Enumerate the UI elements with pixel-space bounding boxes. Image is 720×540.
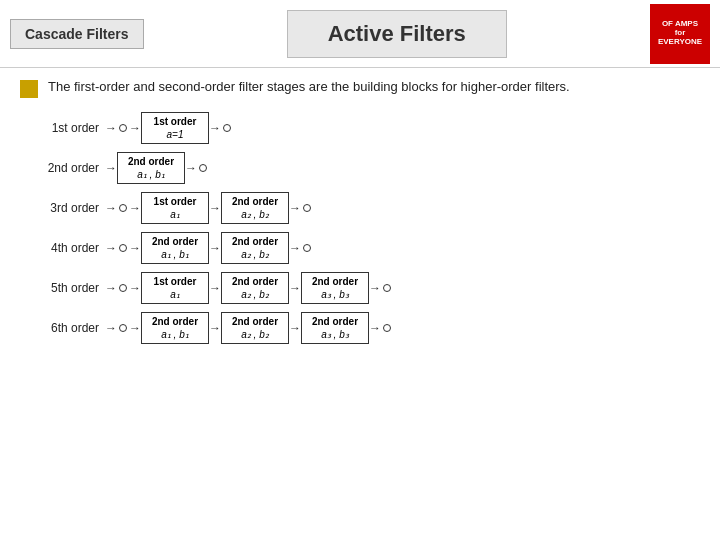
block-params: a₂ , b₂ xyxy=(228,288,282,301)
arrow-in: → xyxy=(105,321,117,335)
arrow-connector: → xyxy=(129,241,141,255)
arrow-connector: → xyxy=(129,321,141,335)
arrow-out: → xyxy=(289,241,301,255)
block-params: a₁ xyxy=(148,208,202,221)
block-title: 2nd order xyxy=(308,275,362,288)
header: Cascade Filters Active Filters OF AMPSfo… xyxy=(0,0,720,68)
arrow-out: → xyxy=(185,161,197,175)
diagram-row: 1st order→→1st ordera=1→ xyxy=(30,112,700,144)
arrow-in: → xyxy=(105,121,117,135)
arrow-in: → xyxy=(105,241,117,255)
block-title: 2nd order xyxy=(124,155,178,168)
inter-block-arrow: → xyxy=(209,321,221,335)
output-circle xyxy=(303,244,311,252)
block-params: a₁ , b₁ xyxy=(124,168,178,181)
arrow-connector: → xyxy=(129,281,141,295)
arrow-out: → xyxy=(369,321,381,335)
block-title: 2nd order xyxy=(228,315,282,328)
filter-block: 1st ordera=1 xyxy=(141,112,209,144)
block-title: 2nd order xyxy=(148,315,202,328)
arrow-connector: → xyxy=(129,121,141,135)
diagram-row: 6th order→→2nd ordera₁ , b₁→2nd ordera₂ … xyxy=(30,312,700,344)
arrow-out: → xyxy=(289,201,301,215)
block-params: a₁ , b₁ xyxy=(148,248,202,261)
diagram-row: 5th order→→1st ordera₁→2nd ordera₂ , b₂→… xyxy=(30,272,700,304)
order-label: 6th order xyxy=(30,321,105,335)
block-title: 2nd order xyxy=(308,315,362,328)
block-title: 2nd order xyxy=(228,235,282,248)
block-params: a₂ , b₂ xyxy=(228,208,282,221)
arrow-in: → xyxy=(105,161,117,175)
filter-diagram: 1st order→→1st ordera=1→2nd order→2nd or… xyxy=(20,112,700,344)
arrow-in: → xyxy=(105,281,117,295)
order-label: 1st order xyxy=(30,121,105,135)
filter-block: 1st ordera₁ xyxy=(141,192,209,224)
arrow-out: → xyxy=(209,121,221,135)
block-title: 1st order xyxy=(148,115,202,128)
block-params: a₃ , b₃ xyxy=(308,328,362,341)
output-circle xyxy=(199,164,207,172)
arrow-in: → xyxy=(105,201,117,215)
filter-block: 2nd ordera₁ , b₁ xyxy=(141,312,209,344)
arrow-out: → xyxy=(369,281,381,295)
diagram-row: 4th order→→2nd ordera₁ , b₁→2nd ordera₂ … xyxy=(30,232,700,264)
inter-block-arrow: → xyxy=(289,281,301,295)
output-circle xyxy=(223,124,231,132)
block-title: 2nd order xyxy=(228,195,282,208)
bullet-icon xyxy=(20,80,38,98)
input-circle xyxy=(119,124,127,132)
block-params: a₁ xyxy=(148,288,202,301)
block-title: 2nd order xyxy=(148,235,202,248)
arrow-connector: → xyxy=(129,201,141,215)
filter-block: 2nd ordera₂ , b₂ xyxy=(221,192,289,224)
book-title-text: OF AMPSforEVERYONE xyxy=(658,20,702,46)
filter-block: 2nd ordera₃ , b₃ xyxy=(301,312,369,344)
block-params: a₁ , b₁ xyxy=(148,328,202,341)
filter-block: 2nd ordera₃ , b₃ xyxy=(301,272,369,304)
cascade-filters-label: Cascade Filters xyxy=(10,19,144,49)
filter-block: 1st ordera₁ xyxy=(141,272,209,304)
order-label: 3rd order xyxy=(30,201,105,215)
order-label: 2nd order xyxy=(30,161,105,175)
output-circle xyxy=(303,204,311,212)
block-params: a₂ , b₂ xyxy=(228,328,282,341)
input-circle xyxy=(119,324,127,332)
block-title: 2nd order xyxy=(228,275,282,288)
book-cover: OF AMPSforEVERYONE xyxy=(650,4,710,64)
output-circle xyxy=(383,324,391,332)
filter-block: 2nd ordera₁ , b₁ xyxy=(141,232,209,264)
intro-text: The first-order and second-order filter … xyxy=(48,78,570,96)
filter-block: 2nd ordera₂ , b₂ xyxy=(221,312,289,344)
output-circle xyxy=(383,284,391,292)
filter-block: 2nd ordera₂ , b₂ xyxy=(221,232,289,264)
diagram-row: 3rd order→→1st ordera₁→2nd ordera₂ , b₂→ xyxy=(30,192,700,224)
block-params: a₃ , b₃ xyxy=(308,288,362,301)
block-params: a=1 xyxy=(148,128,202,141)
inter-block-arrow: → xyxy=(209,281,221,295)
input-circle xyxy=(119,204,127,212)
inter-block-arrow: → xyxy=(209,241,221,255)
block-title: 1st order xyxy=(148,195,202,208)
filter-block: 2nd ordera₁ , b₁ xyxy=(117,152,185,184)
order-label: 5th order xyxy=(30,281,105,295)
input-circle xyxy=(119,284,127,292)
inter-block-arrow: → xyxy=(209,201,221,215)
diagram-row: 2nd order→2nd ordera₁ , b₁→ xyxy=(30,152,700,184)
block-title: 1st order xyxy=(148,275,202,288)
order-label: 4th order xyxy=(30,241,105,255)
active-filters-title: Active Filters xyxy=(287,10,507,58)
filter-block: 2nd ordera₂ , b₂ xyxy=(221,272,289,304)
intro-section: The first-order and second-order filter … xyxy=(20,78,700,98)
main-content: The first-order and second-order filter … xyxy=(0,68,720,354)
block-params: a₂ , b₂ xyxy=(228,248,282,261)
inter-block-arrow: → xyxy=(289,321,301,335)
input-circle xyxy=(119,244,127,252)
